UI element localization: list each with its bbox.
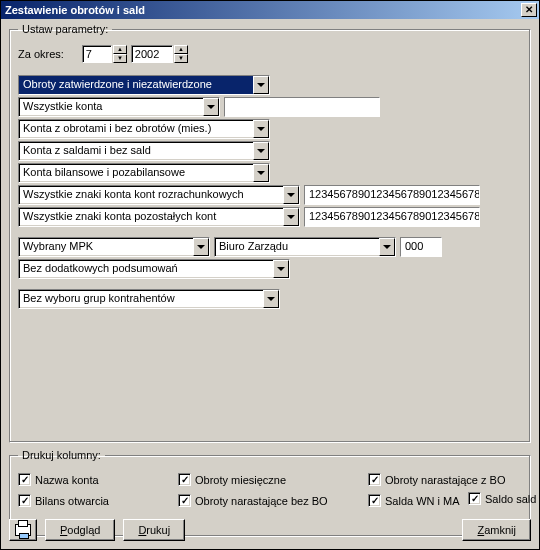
konta-dropdown[interactable]: Wszystkie konta (18, 97, 220, 117)
chevron-down-icon[interactable] (263, 290, 279, 308)
columns-checkbox-grid: Nazwa konta Obroty miesięczne Obroty nar… (18, 469, 522, 511)
aux-input-1[interactable] (224, 97, 380, 117)
label-obroty-nar-bo: Obroty narastające z BO (385, 474, 505, 486)
checkbox-bilans-otw[interactable] (18, 494, 31, 507)
bilans-value: Konta bilansowe i pozabilansowe (19, 164, 253, 182)
podsum-value: Bez dodatkowych podsumowań (19, 260, 273, 278)
konta-value: Wszystkie konta (19, 98, 203, 116)
parameters-group: Ustaw parametry: Za okres: ▲▼ ▲▼ Obroty … (9, 23, 531, 443)
checkbox-obroty-nar-bo[interactable] (368, 473, 381, 486)
columns-legend: Drukuj kolumny: (18, 449, 105, 461)
bilans-dropdown[interactable]: Konta bilansowe i pozabilansowe (18, 163, 270, 183)
year-input[interactable] (131, 45, 173, 63)
chevron-down-icon[interactable] (379, 238, 395, 256)
mpk-code-input[interactable]: 000 (400, 237, 442, 257)
period-row: Za okres: ▲▼ ▲▼ (18, 45, 522, 63)
label-bilans-otw: Bilans otwarcia (35, 495, 109, 507)
label-obroty-mies: Obroty miesięczne (195, 474, 286, 486)
pozost-input[interactable]: 123456789012345678901234567890 (304, 207, 480, 227)
year-spinner[interactable]: ▲▼ (131, 45, 188, 63)
printer-icon (15, 524, 31, 536)
chevron-down-icon[interactable] (273, 260, 289, 278)
chevron-down-icon[interactable] (283, 186, 299, 204)
parameters-legend: Ustaw parametry: (18, 23, 112, 35)
dialog-window: Zestawienie obrotów i sald ✕ Ustaw param… (0, 0, 540, 550)
mpk-value: Wybrany MPK (19, 238, 193, 256)
titlebar: Zestawienie obrotów i sald ✕ (1, 1, 539, 19)
chevron-down-icon[interactable] (253, 164, 269, 182)
chevron-down-icon[interactable] (253, 142, 269, 160)
label-obroty-nar-bez-bo: Obroty narastające bez BO (195, 495, 328, 507)
month-spinner[interactable]: ▲▼ (82, 45, 127, 63)
biuro-value: Biuro Zarządu (215, 238, 379, 256)
label-salda-wn-ma: Salda WN i MA (385, 495, 460, 507)
chevron-down-icon[interactable] (253, 120, 269, 138)
biuro-dropdown[interactable]: Biuro Zarządu (214, 237, 396, 257)
bottom-toolbar: PPodglądodgląd DrukujDrukuj ZamknijZamkn… (9, 519, 531, 541)
label-saldo-sald: Saldo sald (485, 493, 536, 505)
grupy-value: Bez wyboru grup kontrahentów (19, 290, 263, 308)
salda-value: Konta z saldami i bez sald (19, 142, 253, 160)
chevron-down-icon[interactable] (203, 98, 219, 116)
znaki-pozost-value: Wszystkie znaki konta pozostałych kont (19, 208, 283, 226)
preview-button[interactable]: PPodglądodgląd (45, 519, 115, 541)
checkbox-salda-wn-ma[interactable] (368, 494, 381, 507)
close-dialog-button[interactable]: ZamknijZamknij (462, 519, 531, 541)
print-button[interactable]: DrukujDrukuj (123, 519, 185, 541)
obroty-mies-dropdown[interactable]: Konta z obrotami i bez obrotów (mies.) (18, 119, 270, 139)
checkbox-saldo-sald[interactable] (468, 492, 481, 505)
rozrach-input[interactable]: 123456789012345678901234567890 (304, 185, 480, 205)
salda-dropdown[interactable]: Konta z saldami i bez sald (18, 141, 270, 161)
grupy-dropdown[interactable]: Bez wyboru grup kontrahentów (18, 289, 280, 309)
chevron-down-icon[interactable] (193, 238, 209, 256)
obroty-value: Obroty zatwierdzone i niezatwierdzone (19, 76, 253, 94)
obroty-mies-value: Konta z obrotami i bez obrotów (mies.) (19, 120, 253, 138)
window-title: Zestawienie obrotów i sald (5, 4, 145, 16)
checkbox-obroty-mies[interactable] (178, 473, 191, 486)
content-area: Ustaw parametry: Za okres: ▲▼ ▲▼ Obroty … (1, 19, 539, 547)
checkbox-nazwa-konta[interactable] (18, 473, 31, 486)
month-spin-arrows[interactable]: ▲▼ (113, 45, 127, 63)
month-input[interactable] (82, 45, 112, 63)
znaki-pozost-dropdown[interactable]: Wszystkie znaki konta pozostałych kont (18, 207, 300, 227)
znaki-rozrach-value: Wszystkie znaki konta kont rozrachunkowy… (19, 186, 283, 204)
year-spin-arrows[interactable]: ▲▼ (174, 45, 188, 63)
period-label: Za okres: (18, 48, 64, 60)
label-nazwa-konta: Nazwa konta (35, 474, 99, 486)
chevron-down-icon[interactable] (283, 208, 299, 226)
close-button[interactable]: ✕ (521, 3, 537, 17)
obroty-dropdown[interactable]: Obroty zatwierdzone i niezatwierdzone (18, 75, 270, 95)
znaki-rozrach-dropdown[interactable]: Wszystkie znaki konta kont rozrachunkowy… (18, 185, 300, 205)
checkbox-obroty-nar-bez-bo[interactable] (178, 494, 191, 507)
podsum-dropdown[interactable]: Bez dodatkowych podsumowań (18, 259, 290, 279)
chevron-down-icon[interactable] (253, 76, 269, 94)
print-icon-button[interactable] (9, 519, 37, 541)
mpk-dropdown[interactable]: Wybrany MPK (18, 237, 210, 257)
